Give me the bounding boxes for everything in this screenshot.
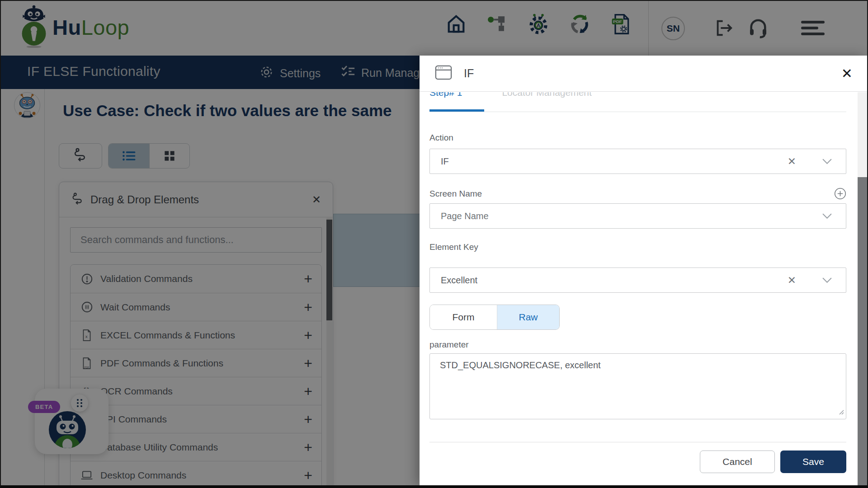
- add-screen-icon[interactable]: [834, 188, 846, 200]
- save-button[interactable]: Save: [780, 450, 846, 473]
- parameter-label: parameter: [429, 340, 846, 350]
- parameter-textarea[interactable]: STD_EQUALSIGNORECASE, excellent: [429, 353, 846, 419]
- element-key-value: Excellent: [441, 275, 477, 286]
- active-tab-underline: [429, 109, 484, 112]
- element-key-label: Element Key: [429, 242, 846, 252]
- modal-scrollbar-thumb[interactable]: [858, 177, 867, 485]
- screen-name-select[interactable]: Page Name: [429, 203, 846, 229]
- if-action-modal: IF ✕ Step# 1 Locator Management Action I…: [420, 56, 867, 485]
- cancel-button[interactable]: Cancel: [700, 450, 775, 473]
- chevron-down-icon[interactable]: [822, 277, 832, 284]
- tab-step-1[interactable]: Step# 1: [429, 92, 462, 98]
- chevron-down-icon[interactable]: [822, 213, 832, 220]
- toggle-raw-option[interactable]: Raw: [497, 305, 559, 329]
- screen-name-label: Screen Name: [429, 189, 482, 199]
- action-select[interactable]: IF ✕: [429, 149, 846, 174]
- modal-tabs: Step# 1 Locator Management: [429, 92, 846, 112]
- modal-scrollbar[interactable]: [858, 92, 867, 485]
- action-label: Action: [429, 133, 846, 143]
- chevron-down-icon[interactable]: [822, 158, 832, 165]
- modal-close-icon[interactable]: ✕: [841, 67, 853, 80]
- modal-header: IF ✕: [420, 56, 867, 92]
- window-icon: [435, 65, 452, 82]
- clear-element-key-icon[interactable]: ✕: [788, 274, 796, 286]
- modal-body: Step# 1 Locator Management Action IF ✕ S…: [420, 92, 858, 485]
- modal-title: IF: [464, 67, 474, 80]
- screen-name-value: Page Name: [441, 211, 489, 221]
- modal-footer: Cancel Save: [429, 450, 846, 473]
- footer-divider: [429, 442, 846, 442]
- toggle-form-option[interactable]: Form: [430, 305, 497, 329]
- clear-action-icon[interactable]: ✕: [788, 155, 796, 168]
- element-key-select[interactable]: Excellent ✕: [429, 267, 846, 293]
- action-value: IF: [441, 156, 449, 167]
- tab-locator-management[interactable]: Locator Management: [502, 92, 591, 98]
- form-raw-toggle: Form Raw: [429, 305, 560, 330]
- app-screen: HuLoop: [0, 0, 868, 488]
- resize-grip-icon[interactable]: [839, 408, 844, 417]
